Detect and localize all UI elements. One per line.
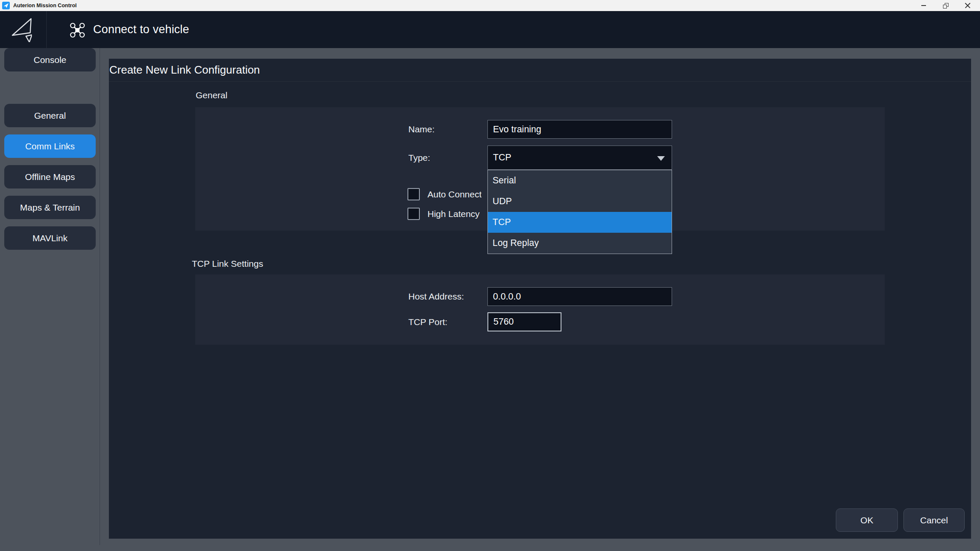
auto-connect-label: Auto Connect [427, 188, 481, 200]
tcp-section-panel [195, 274, 885, 345]
ok-button[interactable]: OK [836, 508, 898, 532]
app-logo-icon [2, 2, 10, 9]
sidebar-divider [100, 48, 100, 545]
restore-icon [943, 3, 949, 9]
sidebar-item-mavlink[interactable]: MAVLink [4, 226, 96, 250]
sidebar-item-general[interactable]: General [4, 104, 96, 127]
host-address-label: Host Address: [408, 287, 464, 306]
minimize-button[interactable] [915, 0, 932, 11]
window-title: Auterion Mission Control [13, 0, 77, 11]
settings-sidebar: Settings General Comm Links Offline Maps… [0, 48, 100, 551]
general-section-label: General [196, 90, 228, 100]
dropdown-option-log-replay[interactable]: Log Replay [488, 233, 672, 254]
dropdown-option-tcp[interactable]: TCP [488, 212, 672, 233]
toolbar-separator [46, 11, 47, 48]
view-title: Connect to vehicle [93, 11, 189, 48]
restore-button[interactable] [937, 0, 954, 11]
type-selected-value: TCP [493, 146, 511, 169]
auterion-logo-icon[interactable] [11, 17, 32, 42]
sidebar-item-maps-terrain[interactable]: Maps & Terrain [4, 196, 96, 219]
name-input[interactable] [487, 120, 672, 139]
close-icon [964, 2, 971, 9]
tcp-port-label: TCP Port: [408, 312, 447, 331]
window-controls [910, 0, 976, 11]
cancel-button[interactable]: Cancel [903, 508, 965, 532]
sidebar-item-comm-links[interactable]: Comm Links [4, 134, 96, 158]
link-config-dialog: Create New Link Configuration General Na… [109, 59, 971, 539]
auto-connect-checkbox[interactable] [407, 188, 420, 200]
dropdown-option-udp[interactable]: UDP [488, 191, 672, 212]
name-label: Name: [408, 120, 435, 139]
drone-icon [70, 23, 85, 38]
page-title: Create New Link Configuration [109, 59, 971, 82]
close-button[interactable] [959, 0, 976, 11]
titlebar: Auterion Mission Control [0, 0, 980, 11]
toolbar: Connect to vehicle [0, 11, 980, 48]
chevron-down-icon [657, 156, 665, 161]
tcp-port-input[interactable] [487, 312, 561, 331]
minimize-icon [921, 5, 926, 6]
sidebar-item-console[interactable]: Console [4, 48, 96, 71]
dropdown-option-serial[interactable]: Serial [488, 170, 672, 191]
type-dropdown-popup: Serial UDP TCP Log Replay [487, 170, 672, 254]
high-latency-label: High Latency [427, 208, 480, 220]
host-address-input[interactable] [487, 287, 672, 306]
high-latency-checkbox[interactable] [407, 208, 420, 220]
tcp-section-label: TCP Link Settings [192, 259, 263, 269]
sidebar-item-offline-maps[interactable]: Offline Maps [4, 165, 96, 188]
type-dropdown[interactable]: TCP [487, 146, 672, 170]
type-label: Type: [408, 146, 430, 170]
